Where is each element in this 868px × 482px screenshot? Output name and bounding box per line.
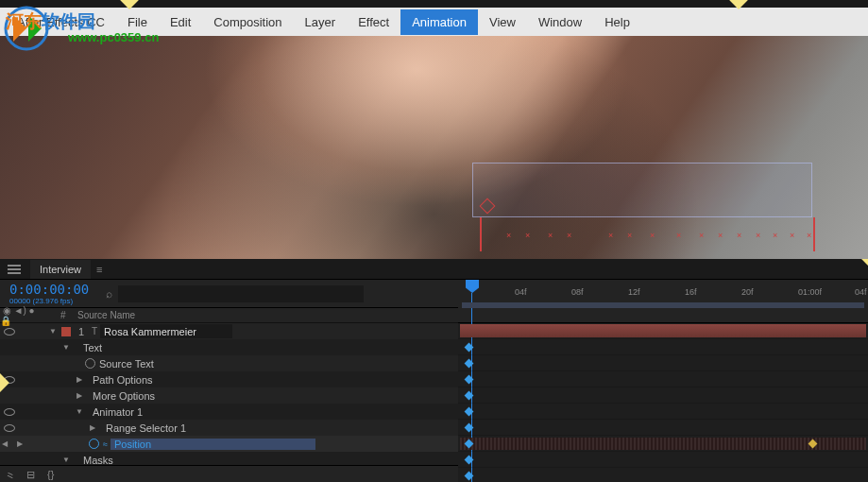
char-marker-icon: ×: [790, 231, 794, 240]
eye-icon[interactable]: [4, 408, 15, 416]
layer-color-chip[interactable]: [61, 327, 71, 336]
keyframe-icon[interactable]: [465, 407, 474, 417]
next-keyframe-icon[interactable]: ▶: [17, 439, 23, 448]
char-marker-icon: ×: [807, 231, 811, 240]
text-baseline-marker: [813, 217, 815, 251]
stopwatch-icon[interactable]: [85, 358, 95, 369]
char-marker-icon: ×: [756, 231, 760, 240]
timeline-tracks[interactable]: 04f 08f 12f 16f 20f 01:00f 04f: [458, 280, 868, 482]
layer-bar[interactable]: [460, 324, 866, 337]
track[interactable]: [458, 468, 868, 482]
track[interactable]: [458, 404, 868, 420]
time-ruler[interactable]: 04f 08f 12f 16f 20f 01:00f 04f: [458, 280, 868, 323]
text-layer-icon: T: [92, 326, 97, 336]
char-marker-icon: ×: [699, 231, 704, 240]
keyframe-icon[interactable]: [465, 391, 474, 401]
char-marker-icon: ×: [567, 231, 571, 240]
eye-icon[interactable]: [4, 328, 15, 336]
char-marker-icon: ×: [506, 231, 511, 240]
ruler-tick: 04f: [855, 287, 867, 297]
chevron-right-icon[interactable]: ▶: [74, 375, 85, 384]
menu-help[interactable]: Help: [593, 9, 641, 35]
char-marker-icon: ×: [548, 231, 553, 240]
timeline-footer: ⺀ ⊟ {}: [0, 465, 458, 482]
track[interactable]: [458, 420, 868, 436]
menu-effect[interactable]: Effect: [347, 9, 400, 35]
track-position[interactable]: [458, 436, 868, 452]
chevron-down-icon[interactable]: ▼: [60, 456, 72, 464]
expression-bar: [460, 438, 866, 450]
ruler-tick: 12f: [628, 287, 640, 297]
track[interactable]: [458, 371, 868, 387]
layer-number: 1: [74, 326, 89, 337]
work-area-bar[interactable]: [462, 302, 864, 308]
menu-edit[interactable]: Edit: [159, 9, 202, 35]
ruler-tick: 08f: [571, 287, 584, 297]
chevron-down-icon[interactable]: ▼: [74, 407, 85, 416]
render-queue-icon[interactable]: ⊟: [26, 469, 40, 480]
col-number[interactable]: #: [60, 310, 77, 320]
keyframe-icon[interactable]: [465, 423, 474, 433]
property-label: Position: [111, 439, 315, 450]
menu-window[interactable]: Window: [527, 9, 593, 35]
keyframe-diamond-icon[interactable]: [10, 440, 15, 445]
track[interactable]: [458, 452, 868, 468]
keyframe-icon[interactable]: [465, 359, 474, 369]
text-layer-bounds[interactable]: [472, 163, 812, 217]
playhead-icon[interactable]: [466, 280, 479, 293]
chevron-right-icon[interactable]: ▶: [87, 423, 98, 432]
track[interactable]: [458, 339, 868, 355]
char-marker-icon: ×: [737, 231, 741, 240]
current-timecode[interactable]: 0:00:00:00: [9, 282, 89, 297]
char-marker-icon: ×: [718, 231, 723, 240]
track[interactable]: [458, 355, 868, 371]
prev-keyframe-icon[interactable]: ◀: [2, 439, 8, 448]
track[interactable]: [458, 387, 868, 404]
char-marker-icon: ×: [608, 231, 613, 240]
expression-icon[interactable]: ≈: [103, 439, 108, 449]
char-marker-icon: ×: [773, 231, 777, 240]
char-marker-icon: ×: [627, 231, 632, 240]
menu-view[interactable]: View: [478, 9, 527, 35]
track[interactable]: [458, 323, 868, 339]
keyframe-icon[interactable]: [465, 343, 474, 353]
layer-name-input[interactable]: [100, 324, 232, 338]
ruler-tick: 20f: [741, 287, 754, 297]
col-visibility: ◉ ◄) ● 🔒: [0, 305, 47, 326]
menu-layer[interactable]: Layer: [294, 9, 348, 35]
watermark-url: www.pc0359.cn: [68, 30, 159, 44]
panel-menu-icon[interactable]: [8, 265, 21, 274]
ruler-tick: 16f: [685, 287, 697, 297]
ruler-tick: 01:00f: [798, 287, 822, 297]
layer-search-input[interactable]: [118, 285, 364, 302]
menu-animation[interactable]: Animation: [400, 9, 478, 35]
char-marker-icon: ×: [525, 231, 530, 240]
chevron-down-icon[interactable]: ▼: [60, 343, 72, 352]
char-marker-icon: ×: [650, 231, 655, 240]
keyframe-icon[interactable]: [465, 375, 474, 385]
brackets-icon[interactable]: {}: [47, 469, 60, 480]
search-icon: ⌕: [106, 287, 112, 301]
keyframe-icon[interactable]: [465, 472, 474, 481]
char-marker-icon: ×: [676, 231, 681, 240]
eye-icon[interactable]: [4, 424, 15, 432]
composition-viewer[interactable]: × × × × × × × × × × × × × × ×: [0, 36, 868, 259]
stopwatch-icon[interactable]: [89, 439, 99, 449]
chevron-right-icon[interactable]: ▶: [74, 391, 85, 400]
text-baseline-marker: [480, 217, 482, 251]
keyframe-icon[interactable]: [465, 456, 474, 465]
ruler-tick: 04f: [515, 287, 527, 297]
toggle-switches-icon[interactable]: ⺀: [6, 469, 19, 480]
chevron-down-icon[interactable]: ▼: [47, 327, 59, 336]
tab-close-icon[interactable]: ≡: [91, 264, 108, 275]
panel-tab-bar: Interview ≡: [0, 259, 868, 280]
tab-interview[interactable]: Interview: [30, 260, 91, 279]
menu-composition[interactable]: Composition: [202, 9, 293, 35]
